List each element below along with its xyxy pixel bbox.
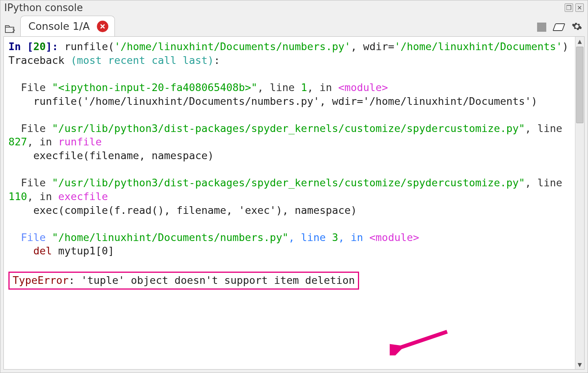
titlebar: IPython console ❐ ✕ [0,0,588,14]
error-highlight-box: TypeError: 'tuple' object doesn't suppor… [8,272,359,290]
panel-title: IPython console [4,2,83,13]
options-button[interactable] [572,21,582,33]
close-window-icon[interactable]: ✕ [575,3,584,12]
window-buttons: ❐ ✕ [565,3,584,12]
vertical-scrollbar[interactable]: ▲ ▼ [575,37,584,369]
traceback-header: Traceback [8,54,71,66]
error-type: TypeError [13,274,69,286]
folder-icon [5,25,15,33]
in-count: 20 [33,41,46,52]
runfile-path: '/home/linuxhint/Documents/numbers.py' [114,41,351,52]
svg-line-0 [397,332,447,349]
frame-lineno: 3 [332,231,338,243]
clear-console-button[interactable] [552,23,565,31]
frame-code: execfile(filename, namespace) [33,150,214,161]
stop-button[interactable] [537,23,546,32]
console-area: In [20]: runfile('/home/linuxhint/Docume… [3,36,585,370]
tab-label: Console 1/A [28,20,90,32]
tab-close-button[interactable] [97,21,108,32]
console-output[interactable]: In [20]: runfile('/home/linuxhint/Docume… [4,37,575,369]
frame-name: execfile [58,191,108,202]
frame-code: exec(compile(f.read(), filename, 'exec')… [33,204,357,216]
tab-strip: Console 1/A [0,14,588,36]
in-prompt: In [8,41,27,52]
del-keyword: del [33,245,52,257]
frame-name: <module> [338,81,388,93]
console-actions [537,21,582,33]
frame-name: runfile [58,136,102,148]
frame-path: "<ipython-input-20-fa408065408b>" [52,81,257,93]
error-message: : 'tuple' object doesn't support item de… [69,274,355,286]
frame-path: "/usr/lib/python3/dist-packages/spyder_k… [52,177,525,189]
ipython-console-panel: IPython console ❐ ✕ Console 1/A In [20]:… [0,0,588,373]
tab-console-1a[interactable]: Console 1/A [20,16,115,36]
frame-path: "/usr/lib/python3/dist-packages/spyder_k… [52,122,525,134]
frame-code: runfile('/home/linuxhint/Documents/numbe… [33,95,537,107]
frame-lineno: 1 [301,81,307,93]
frame-name: <module> [369,231,419,243]
frame-code: mytup1[0] [52,245,114,257]
frame-lineno: 110 [8,191,27,202]
runfile-wdir: '/home/linuxhint/Documents' [394,41,562,52]
scroll-up-icon[interactable]: ▲ [575,37,584,46]
scroll-down-icon[interactable]: ▼ [575,360,584,369]
browse-tabs-button[interactable] [4,23,16,35]
annotation-arrow [377,311,451,358]
gear-icon [572,21,582,32]
restore-icon[interactable]: ❐ [565,3,573,12]
frame-path: "/home/linuxhint/Documents/numbers.py" [52,231,289,243]
scrollbar-thumb[interactable] [576,47,583,123]
frame-lineno: 827 [8,136,27,148]
close-icon [100,23,106,29]
